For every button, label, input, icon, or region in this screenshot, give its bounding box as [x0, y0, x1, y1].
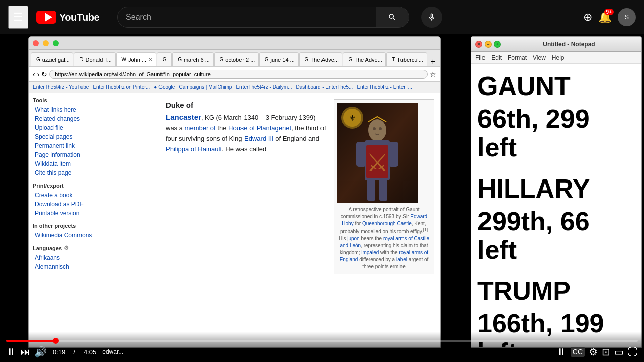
sidebar-item-wikidata[interactable]: Wikidata item [33, 159, 155, 168]
sidebar-item-related-changes[interactable]: Related changes [33, 114, 155, 123]
tab-icon: G [178, 57, 182, 62]
sidebar-print-section: Print/export Create a book Download as P… [33, 183, 155, 218]
tab-icon: G [36, 57, 40, 62]
bookmark-pinterest[interactable]: EnterThe5t4rz on Pinter... [93, 84, 150, 90]
next-button[interactable]: ⏭ [20, 346, 30, 358]
fullscreen-button[interactable]: ⛶ [628, 346, 638, 358]
create-button[interactable]: ⊕ [583, 11, 592, 24]
avatar[interactable]: S [618, 8, 636, 26]
notepad-menu-format[interactable]: Format [508, 54, 527, 61]
notepad-min-button[interactable]: − [485, 41, 492, 48]
tab-john[interactable]: W John ... ✕ [116, 52, 156, 66]
menu-button[interactable]: ☰ [8, 6, 28, 29]
sidebar-languages-section: Languages ⚙ Afrikaans Alemannisch [33, 245, 155, 272]
browser-min-button[interactable] [43, 40, 49, 46]
sidebar-item-what-links[interactable]: What links here [33, 105, 155, 114]
progress-thumb [53, 338, 59, 344]
notification-badge: 9+ [604, 9, 614, 15]
notepad-trump-name: TRUMP [477, 277, 635, 305]
notepad-content: GAUNT 66th, 299 left HILLARY 299th, 66 l… [471, 64, 641, 348]
controls-row: ⏸ ⏭ 🔊 0:19 / 4:05 edwar... ⏸ CC ⚙ ⊡ ▭ ⛶ [6, 346, 638, 358]
browser-bookmarks: EnterThe5t4rz - YouTube EnterThe5t4rz on… [29, 82, 440, 93]
pause-button[interactable]: ⏸ [6, 346, 16, 358]
bookmark-enter[interactable]: EnterThe5t4rz - EnterT... [357, 84, 412, 90]
sidebar-item-afrikaans[interactable]: Afrikaans [33, 253, 155, 262]
svg-rect-9 [356, 142, 366, 167]
browser-titlebar [29, 37, 440, 50]
tab-adv1[interactable]: G The Adve... [299, 52, 343, 66]
tab-donald[interactable]: D Donald T... [74, 52, 115, 66]
tab-june[interactable]: G june 14 ... [259, 52, 299, 66]
notepad-hillary-rank: 299th, 66 left [477, 207, 635, 264]
sidebar-item-wikimedia[interactable]: Wikimedia Commons [33, 231, 155, 240]
sidebar-item-permanent-link[interactable]: Permanent link [33, 141, 155, 150]
bookmark-google[interactable]: ● Google [154, 84, 175, 90]
bookmark-star-icon[interactable]: ☆ [430, 70, 436, 78]
bookmark-daily[interactable]: EnterThe5t4rz - Dailym... [236, 84, 292, 90]
tab-tubercul[interactable]: T Tubercul... [386, 52, 427, 66]
tab-icon: G [220, 57, 224, 62]
youtube-logo[interactable]: YouTube [36, 11, 99, 24]
tab-label: John ... [128, 57, 146, 63]
notepad-gaunt-name: GAUNT [477, 72, 635, 101]
bookmark-youtube[interactable]: EnterThe5t4rz - YouTube [33, 84, 89, 90]
portrait-caption: A retrospective portrait of Gaunt commis… [337, 206, 431, 270]
browser-close-button[interactable] [33, 40, 39, 46]
sidebar-item-special-pages[interactable]: Special pages [33, 132, 155, 141]
sidebar-item-download-pdf[interactable]: Download as PDF [33, 200, 155, 209]
tab-adv2[interactable]: G The Adve... [343, 52, 386, 66]
tab-october[interactable]: G october 2 ... [214, 52, 259, 66]
sidebar-item-create-book[interactable]: Create a book [33, 191, 155, 200]
mic-button[interactable] [421, 7, 442, 28]
tab-icon: D [79, 57, 83, 62]
forward-button[interactable]: › [37, 70, 40, 78]
browser-max-button[interactable] [53, 40, 59, 46]
notepad-menu-view[interactable]: View [533, 54, 546, 61]
refresh-button[interactable]: ↻ [41, 70, 47, 78]
cc-button[interactable]: CC [571, 347, 585, 357]
progress-bar[interactable] [6, 340, 638, 342]
notepad-menu-help[interactable]: Help [552, 54, 565, 61]
sidebar-tools-section: Tools What links here Related changes Up… [33, 97, 155, 177]
notepad-max-button[interactable]: + [494, 41, 501, 48]
tab-label: march 6 ... [184, 57, 210, 63]
tab-icon: W [122, 57, 126, 62]
youtube-logo-text: YouTube [59, 12, 99, 23]
bookmark-dashboard[interactable]: Dashboard - EnterThe5... [296, 84, 353, 90]
tab-close-icon[interactable]: ✕ [148, 57, 152, 62]
bookmark-mailchimp[interactable]: Campaigns | MailChimp [179, 84, 232, 90]
tab-uzziel[interactable]: G uzziel gal... [31, 52, 73, 66]
new-tab-button[interactable]: + [428, 57, 438, 66]
notepad-menu-file[interactable]: File [475, 54, 485, 61]
tab-g[interactable]: G [157, 52, 172, 66]
volume-button[interactable]: 🔊 [34, 346, 47, 358]
notepad-window: ✕ − + Untitled - Notepad File Edit Forma… [471, 36, 642, 348]
tab-march[interactable]: G march 6 ... [172, 52, 213, 66]
youtube-header: ☰ YouTube ⊕ 🔔 9+ S [0, 0, 644, 34]
url-input[interactable] [49, 70, 428, 79]
search-input[interactable] [118, 7, 376, 27]
pause-right-button[interactable]: ⏸ [556, 346, 567, 358]
sidebar-item-cite[interactable]: Cite this page [33, 168, 155, 177]
settings-button[interactable]: ⚙ [589, 346, 598, 358]
notepad-menubar: File Edit Format View Help [471, 52, 641, 64]
video-player: G uzziel gal... D Donald T... W John ...… [0, 34, 644, 362]
sidebar-item-page-info[interactable]: Page information [33, 150, 155, 159]
search-button[interactable] [376, 7, 409, 27]
browser-content: Tools What links here Related changes Up… [29, 93, 440, 348]
notepad-close-button[interactable]: ✕ [475, 41, 482, 48]
notification-button[interactable]: 🔔 9+ [598, 11, 612, 24]
theater-button[interactable]: ▭ [614, 346, 624, 358]
miniplayer-button[interactable]: ⊡ [602, 346, 610, 358]
svg-marker-0 [45, 13, 52, 22]
sidebar-item-alemannisch[interactable]: Alemannisch [33, 262, 155, 272]
notepad-menu-edit[interactable]: Edit [491, 54, 502, 61]
sidebar-item-upload-file[interactable]: Upload file [33, 123, 155, 132]
sidebar-item-printable[interactable]: Printable version [33, 209, 155, 218]
total-time: 4:05 [84, 348, 96, 356]
notepad-window-buttons: ✕ − + [475, 41, 501, 48]
sidebar-lang-title: Languages ⚙ [33, 245, 155, 251]
portrait-box: ⚜ [334, 99, 434, 274]
svg-rect-12 [379, 178, 387, 201]
back-button[interactable]: ‹ [33, 70, 35, 78]
